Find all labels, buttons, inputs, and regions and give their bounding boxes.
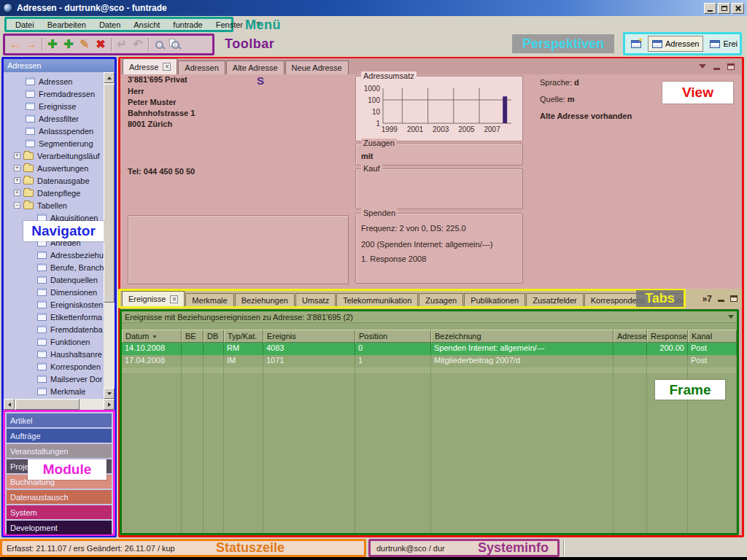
expander-icon[interactable] — [14, 190, 20, 196]
statusbar-annotation-label: Statuszeile — [216, 540, 285, 556]
tree-item-22[interactable]: Haushaltsanre — [4, 348, 104, 360]
scroll-up-button[interactable] — [104, 72, 115, 83]
tree-item-16[interactable]: Datenquellen — [4, 273, 104, 286]
detail-tab-2[interactable]: Beziehungen — [235, 293, 295, 306]
forward-arrow-icon[interactable]: → — [23, 37, 39, 52]
expander-icon[interactable] — [14, 177, 20, 184]
tree-item-18[interactable]: Ereigniskosten — [4, 298, 104, 311]
filler-column — [204, 368, 224, 373]
form-icon — [26, 139, 35, 147]
edit-pencil-icon[interactable]: ✎ — [77, 37, 93, 52]
tab-close-icon[interactable] — [170, 295, 178, 303]
tree-item-21[interactable]: Funktionen — [4, 335, 104, 348]
view-restore-icon[interactable] — [727, 63, 735, 70]
table-row-0[interactable]: 14.10.2008RM40830Spenden Internet: allge… — [122, 343, 737, 355]
scroll-right-button[interactable] — [104, 399, 115, 410]
column-header-7[interactable]: Adresse — [614, 330, 647, 343]
view-tab-2[interactable]: Alte Adresse — [226, 61, 285, 74]
table-row-1[interactable]: 17.04.2008IM10711Mitgliederbeitrag 2007/… — [122, 355, 737, 368]
filler-column — [263, 373, 355, 533]
menu-item-0[interactable]: Datei — [9, 20, 40, 29]
vertical-scrollbar[interactable] — [104, 72, 115, 399]
column-header-6[interactable]: Bezeichnung — [431, 330, 614, 343]
add-special-icon[interactable]: ✚ — [61, 37, 77, 52]
tree-item-19[interactable]: Etikettenforma — [4, 311, 104, 323]
view-tab-1[interactable]: Adressen — [178, 61, 225, 74]
column-header-1[interactable]: BE — [182, 330, 204, 343]
tree-item-20[interactable]: Fremddatenba — [4, 323, 104, 335]
column-header-0[interactable]: Datum — [122, 330, 182, 343]
tree-item-6[interactable]: Verarbeitungsläuf — [4, 149, 104, 162]
column-header-4[interactable]: Ereignis — [263, 330, 355, 343]
scroll-thumb-horizontal[interactable] — [15, 399, 80, 410]
column-header-9[interactable]: Kanal — [688, 330, 737, 343]
back-arrow-icon[interactable]: ← — [7, 37, 23, 52]
module-item-2[interactable]: Veranstaltungen — [7, 444, 112, 458]
scroll-left-button[interactable] — [4, 399, 15, 410]
menu-item-3[interactable]: Ansicht — [128, 20, 166, 29]
tree-item-9[interactable]: Datenpflege — [4, 187, 104, 199]
column-header-8[interactable]: Response — [647, 330, 688, 343]
expander-icon[interactable] — [14, 152, 20, 159]
perspective-1[interactable]: Erei — [705, 36, 742, 52]
detail-tab-0[interactable]: Ereignisse — [122, 291, 185, 306]
tree-item-23[interactable]: Korresponden — [4, 360, 104, 373]
tree-item-25[interactable]: Merkmale — [4, 385, 104, 397]
horizontal-scrollbar[interactable] — [4, 399, 115, 410]
module-item-5[interactable]: Datenaustausch — [7, 490, 112, 504]
tree-item-4[interactable]: Anlassspenden — [4, 125, 104, 137]
minimize-button[interactable] — [704, 3, 716, 14]
module-item-0[interactable]: Artikel — [7, 413, 112, 427]
new-perspective-button[interactable] — [627, 36, 646, 52]
tree-item-14[interactable]: Adressbeziehu — [4, 249, 104, 261]
view-tab-3[interactable]: Neue Adresse — [285, 61, 349, 74]
perspective-0[interactable]: Adressen — [648, 36, 703, 52]
tree-item-10[interactable]: Tabellen — [4, 199, 104, 211]
tree-item-0[interactable]: Adressen — [4, 75, 104, 88]
tree-item-1[interactable]: Fremdadressen — [4, 88, 104, 100]
menu-item-2[interactable]: Daten — [93, 20, 126, 29]
view-menu-icon[interactable] — [699, 64, 706, 72]
menu-item-5[interactable]: Fenster — [210, 20, 249, 29]
detail-tab-7[interactable]: Zusatzfelder — [526, 293, 584, 306]
menu-item-1[interactable]: Bearbeiten — [42, 20, 92, 29]
scroll-down-button[interactable] — [104, 388, 115, 399]
frame-restore-icon[interactable] — [730, 295, 738, 302]
frame-header-dropdown-icon[interactable] — [728, 315, 734, 322]
tree-item-5[interactable]: Segmentierung — [4, 137, 104, 149]
detail-tab-5[interactable]: Zusagen — [419, 293, 463, 306]
view-tab-0[interactable]: Adresse — [123, 58, 177, 74]
search-document-icon[interactable] — [167, 37, 183, 52]
search-icon[interactable] — [151, 37, 167, 52]
tree-item-7[interactable]: Auswertungen — [4, 162, 104, 174]
column-header-3[interactable]: Typ/Kat. — [224, 330, 263, 343]
tree-item-label: Merkmale — [50, 387, 85, 396]
tree-item-17[interactable]: Dimensionen — [4, 286, 104, 298]
view-minimize-icon[interactable] — [713, 68, 720, 70]
close-button[interactable] — [732, 3, 744, 14]
module-item-7[interactable]: Development — [7, 521, 112, 534]
scroll-thumb[interactable] — [104, 84, 115, 303]
menu-item-4[interactable]: funtrade — [167, 20, 208, 29]
delete-icon[interactable]: ✖ — [93, 37, 109, 52]
tree-item-2[interactable]: Ereignisse — [4, 100, 104, 112]
column-header-2[interactable]: DB — [204, 330, 224, 343]
expander-icon[interactable] — [14, 165, 20, 171]
add-icon[interactable]: ✚ — [44, 37, 61, 52]
module-item-1[interactable]: Aufträge — [7, 429, 112, 443]
detail-tab-6[interactable]: Publikationen — [464, 293, 525, 306]
tab-overflow-indicator[interactable]: »7 — [703, 294, 712, 304]
module-item-6[interactable]: System — [7, 505, 112, 519]
tree-item-3[interactable]: Adressfilter — [4, 112, 104, 125]
tree-item-8[interactable]: Datenausgabe — [4, 174, 104, 187]
column-header-5[interactable]: Position — [355, 330, 431, 343]
detail-tab-4[interactable]: Telekommunikation — [336, 293, 418, 306]
detail-tab-3[interactable]: Umsatz — [295, 293, 336, 306]
frame-minimize-icon[interactable] — [718, 300, 724, 302]
tree-item-24[interactable]: Mailserver Dor — [4, 373, 104, 385]
expander-icon[interactable] — [14, 202, 20, 209]
tab-close-icon[interactable] — [163, 63, 171, 71]
detail-tab-1[interactable]: Merkmale — [185, 293, 233, 306]
maximize-button[interactable] — [718, 3, 730, 14]
tree-item-15[interactable]: Berufe, Branch — [4, 261, 104, 273]
